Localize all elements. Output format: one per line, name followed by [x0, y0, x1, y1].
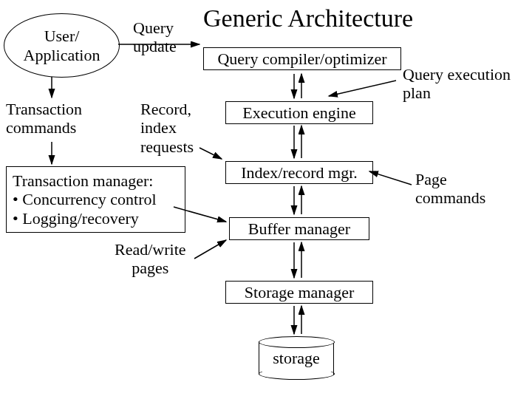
node-execution-engine: Execution engine [225, 101, 373, 124]
node-query-compiler-optimizer: Query compiler/optimizer [203, 47, 401, 70]
label-record-index-requests: Record, index requests [140, 100, 194, 156]
transaction-manager-header: Transaction manager: [13, 171, 179, 190]
node-index-record-mgr: Index/record mgr. [225, 161, 373, 184]
node-buffer-manager: Buffer manager [229, 217, 369, 240]
transaction-manager-bullet-concurrency: • Concurrency control [13, 190, 179, 208]
node-index-record-mgr-label: Index/record mgr. [241, 163, 358, 182]
label-page-commands: Page commands [415, 170, 485, 208]
node-transaction-manager: Transaction manager: • Concurrency contr… [6, 166, 185, 233]
arrow-pagecmd-to-index [369, 171, 412, 185]
node-buffer-manager-label: Buffer manager [248, 219, 350, 238]
label-query-execution-plan: Query execution plan [403, 65, 511, 103]
node-user-application: User/ Application [4, 13, 120, 78]
arrow-requests-to-index [200, 148, 222, 159]
arrow-rwpages-to-buffer [194, 240, 226, 259]
node-storage-manager: Storage manager [225, 281, 373, 304]
diagram-title: Generic Architecture [203, 4, 413, 33]
node-storage-manager-label: Storage manager [245, 283, 354, 301]
label-read-write-pages: Read/write pages [115, 240, 186, 278]
node-execution-engine-label: Execution engine [242, 103, 355, 122]
label-query-update: Query update [133, 18, 177, 56]
node-user-application-label: User/ Application [24, 27, 100, 64]
node-storage-label: storage [273, 349, 320, 367]
transaction-manager-bullet-logging: • Logging/recovery [13, 209, 179, 228]
node-storage-cylinder: storage [259, 341, 334, 375]
arrow-plan-to-exec [329, 81, 396, 96]
label-transaction-commands: Transaction commands [6, 100, 82, 137]
node-query-compiler-optimizer-label: Query compiler/optimizer [217, 50, 386, 68]
